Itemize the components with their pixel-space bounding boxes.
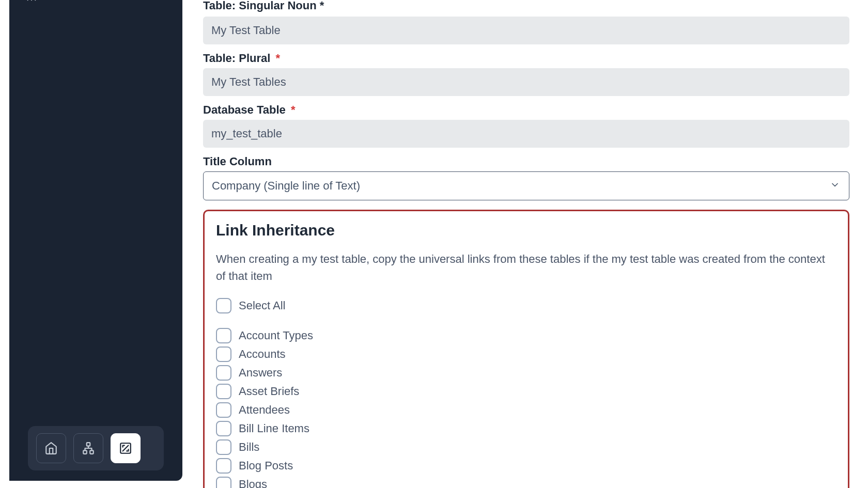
option-row[interactable]: Asset Briefs xyxy=(216,384,836,399)
select-all-label: Select All xyxy=(239,299,286,312)
field-plural: Table: Plural * xyxy=(203,52,849,96)
sidebar: Maintenance xyxy=(9,0,182,481)
option-label: Account Types xyxy=(239,329,313,342)
plural-input[interactable] xyxy=(203,68,849,96)
field-label: Table: Singular Noun * xyxy=(203,0,849,12)
required-marker: * xyxy=(291,103,296,116)
options-list: Account TypesAccountsAnswersAsset Briefs… xyxy=(216,328,836,488)
field-singular-noun: Table: Singular Noun * xyxy=(203,0,849,44)
link-inheritance-section: Link Inheritance When creating a my test… xyxy=(203,210,849,488)
option-row[interactable]: Account Types xyxy=(216,328,836,343)
option-label: Asset Briefs xyxy=(239,385,299,398)
option-row[interactable]: Answers xyxy=(216,365,836,381)
section-heading: Link Inheritance xyxy=(216,222,836,239)
option-label: Attendees xyxy=(239,403,290,417)
database-table-input[interactable] xyxy=(203,120,849,148)
title-column-select-wrap xyxy=(203,171,849,200)
home-button[interactable] xyxy=(36,433,66,463)
option-checkbox[interactable] xyxy=(216,347,231,362)
option-checkbox[interactable] xyxy=(216,439,231,455)
required-marker: * xyxy=(276,52,281,65)
select-all-checkbox[interactable] xyxy=(216,298,231,313)
option-row[interactable]: Bills xyxy=(216,439,836,455)
field-label: Table: Plural * xyxy=(203,52,849,65)
label-text: Table: Singular Noun xyxy=(203,0,317,12)
app-layout: Maintenance xyxy=(0,0,868,488)
hierarchy-button[interactable] xyxy=(73,433,103,463)
option-label: Answers xyxy=(239,366,282,380)
field-label: Title Column xyxy=(203,155,849,168)
option-row[interactable]: Accounts xyxy=(216,347,836,362)
option-row[interactable]: Blog Posts xyxy=(216,458,836,474)
option-checkbox[interactable] xyxy=(216,421,231,436)
sidebar-item-label: Maintenance xyxy=(49,0,114,3)
label-text: Table: Plural xyxy=(203,52,270,65)
main-content: Table: Singular Noun * Table: Plural * D… xyxy=(182,0,868,488)
option-checkbox[interactable] xyxy=(216,402,231,418)
sliders-icon xyxy=(24,0,39,2)
option-checkbox[interactable] xyxy=(216,458,231,474)
label-text: Title Column xyxy=(203,155,272,168)
option-row[interactable]: Blogs xyxy=(216,477,836,488)
singular-noun-input[interactable] xyxy=(203,17,849,44)
option-checkbox[interactable] xyxy=(216,365,231,381)
field-label: Database Table * xyxy=(203,103,849,117)
section-description: When creating a my test table, copy the … xyxy=(216,250,836,285)
select-all-row[interactable]: Select All xyxy=(216,298,836,313)
label-text: Database Table xyxy=(203,103,286,116)
option-label: Accounts xyxy=(239,348,286,361)
design-button[interactable] xyxy=(111,433,141,463)
required-marker: * xyxy=(320,0,324,12)
option-label: Bill Line Items xyxy=(239,422,309,435)
option-label: Blogs xyxy=(239,478,267,488)
option-row[interactable]: Bill Line Items xyxy=(216,421,836,436)
option-checkbox[interactable] xyxy=(216,328,231,343)
title-column-select[interactable] xyxy=(203,171,849,200)
sidebar-bottom-bar xyxy=(28,426,164,470)
field-title-column: Title Column xyxy=(203,155,849,200)
chevron-right-icon xyxy=(159,0,168,3)
option-checkbox[interactable] xyxy=(216,477,231,488)
option-row[interactable]: Attendees xyxy=(216,402,836,418)
option-label: Bills xyxy=(239,440,259,454)
option-label: Blog Posts xyxy=(239,459,293,473)
option-checkbox[interactable] xyxy=(216,384,231,399)
field-database-table: Database Table * xyxy=(203,103,849,148)
